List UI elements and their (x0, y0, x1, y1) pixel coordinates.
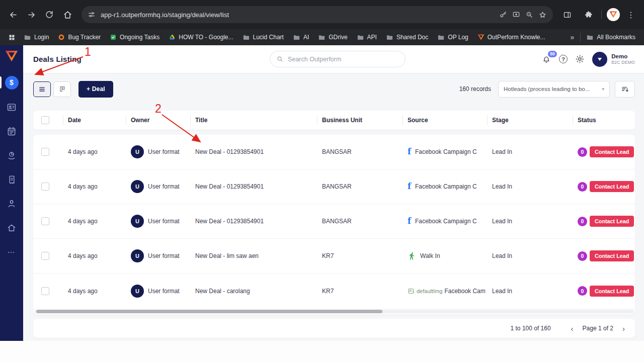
user-menu[interactable]: Demo B2C DEMO (592, 52, 635, 67)
select-all-checkbox[interactable] (41, 116, 49, 124)
row-checkbox[interactable] (41, 287, 49, 295)
user-avatar (592, 52, 607, 67)
owner-name: User format (148, 288, 180, 295)
status-button[interactable]: Contact Lead (590, 146, 634, 157)
status-button[interactable]: Contact Lead (590, 181, 634, 192)
browser-actions: ⋮ (559, 7, 639, 23)
records-count: 160 records (459, 85, 491, 93)
row-checkbox[interactable] (41, 252, 49, 260)
status-button[interactable]: Contact Lead (590, 216, 634, 227)
row-checkbox[interactable] (41, 183, 49, 191)
sidebar-item-more[interactable]: ••• (0, 240, 23, 264)
status-count-badge: 0 (578, 182, 587, 192)
deal-source: Facebook Campaign C (415, 218, 477, 225)
prev-page-button[interactable]: ‹ (570, 325, 575, 332)
header-actions: 50 ? Demo B2C DEMO (541, 52, 635, 67)
deal-title: New Deal - lim saw aen (190, 252, 317, 259)
site-settings-icon[interactable] (88, 11, 96, 19)
browser-toolbar: app-r1.outperformhq.io/staging/deal/view… (0, 0, 644, 29)
bookmark-item[interactable]: Shared Doc (382, 32, 432, 43)
home-icon[interactable] (59, 7, 75, 23)
search-icon (276, 55, 284, 63)
table-row[interactable]: 4 days ago U User format New Deal - caro… (33, 274, 635, 308)
deal-date: 4 days ago (63, 288, 126, 295)
table-row[interactable]: 4 days ago U User format New Deal - 0129… (33, 204, 635, 239)
sidebar-item-tasks[interactable] (0, 119, 23, 143)
sidebar-item-invoices[interactable] (0, 167, 23, 192)
next-page-button[interactable]: › (621, 325, 626, 332)
page-bottom-strip (0, 341, 644, 362)
status-button[interactable]: Contact Lead (590, 286, 634, 297)
bookmark-item[interactable]: GDrive (314, 32, 351, 43)
sidebar-item-customers[interactable] (0, 192, 23, 216)
deals-table: 4 days ago U User format New Deal - 0129… (33, 135, 635, 315)
bug-tracker-icon (58, 34, 65, 41)
page-title: Deals Listing (33, 55, 134, 63)
pie-chart-hand-icon (7, 150, 17, 160)
bookmark-item[interactable]: AI (289, 32, 312, 43)
bookmark-item[interactable]: Login (20, 32, 52, 43)
outperform-logo-icon (477, 34, 485, 40)
status-button[interactable]: Contact Lead (590, 250, 634, 261)
bookmark-item[interactable]: Lucid Chart (239, 32, 287, 43)
deal-date: 4 days ago (63, 218, 126, 225)
outperform-logo-icon[interactable] (5, 50, 18, 62)
settings-gear-icon[interactable] (575, 54, 585, 64)
extensions-puzzle-icon[interactable] (580, 7, 596, 23)
add-deal-button[interactable]: + Deal (78, 81, 113, 98)
browser-menu-icon[interactable]: ⋮ (625, 10, 637, 20)
apps-grid-icon[interactable] (5, 31, 18, 44)
folder-icon (293, 34, 300, 41)
back-icon[interactable] (5, 7, 21, 23)
facebook-icon: f (408, 183, 411, 191)
sidebar-item-analytics[interactable] (0, 143, 23, 167)
bookmark-item[interactable]: OutPerform Knowle... (474, 32, 549, 42)
status-count-badge: 0 (578, 217, 587, 226)
sidebar-item-home[interactable] (0, 216, 23, 240)
all-bookmarks-button[interactable]: All Bookmarks (583, 32, 639, 43)
forward-icon[interactable] (23, 7, 39, 23)
table-row[interactable]: 4 days ago U User format New Deal - 0129… (33, 135, 635, 169)
help-icon[interactable]: ? (559, 55, 568, 63)
deal-source: Facebook Campaign C (415, 148, 477, 155)
bookmark-item[interactable]: Bug Tracker (54, 32, 104, 42)
reload-icon[interactable] (41, 7, 57, 23)
scrollbar-thumb[interactable] (36, 310, 382, 313)
user-org: B2C DEMO (611, 60, 635, 65)
deal-title: New Deal - carolang (190, 288, 317, 295)
deal-stage: Lead In (487, 218, 573, 225)
list-toolbar: + Deal 160 records Hotleads (process lea… (33, 80, 635, 98)
table-row[interactable]: 4 days ago U User format New Deal - 0129… (33, 169, 635, 204)
row-checkbox[interactable] (41, 148, 49, 156)
sidebar-item-contacts[interactable] (0, 95, 23, 119)
search-input[interactable] (288, 56, 399, 63)
sidebar-item-deals[interactable]: $ (0, 70, 23, 95)
password-key-icon[interactable] (499, 11, 507, 19)
notification-count-badge: 50 (548, 51, 557, 57)
bookmark-star-icon[interactable] (538, 11, 547, 19)
bookmark-item[interactable]: API (353, 32, 380, 43)
side-panel-icon[interactable] (559, 7, 575, 23)
column-header-date: Date (63, 111, 126, 130)
table-row[interactable]: 4 days ago U User format New Deal - lim … (33, 239, 635, 274)
row-checkbox[interactable] (41, 217, 49, 225)
pipeline-select[interactable]: Hotleads (process leading to bo... ▾ (498, 81, 610, 98)
address-bar[interactable]: app-r1.outperformhq.io/staging/deal/view… (82, 6, 553, 23)
install-icon[interactable] (512, 11, 520, 19)
browser-profile-avatar[interactable] (607, 8, 620, 21)
filter-button[interactable] (615, 81, 635, 98)
notifications-bell-icon[interactable]: 50 (541, 54, 551, 64)
list-view-button[interactable] (33, 81, 51, 97)
kanban-view-button[interactable] (53, 81, 71, 97)
deal-stage: Lead In (487, 183, 573, 190)
bookmark-item[interactable]: OP Log (434, 32, 471, 43)
deals-dollar-icon: $ (5, 76, 19, 89)
bookmark-item[interactable]: HOW TO - Google... (165, 32, 236, 42)
zoom-icon[interactable] (525, 11, 533, 19)
bookmark-item[interactable]: Ongoing Tasks (106, 32, 163, 42)
walk-in-icon (408, 252, 416, 260)
bookmarks-overflow-icon[interactable]: » (567, 33, 579, 41)
folder-icon (318, 34, 326, 41)
owner-avatar: U (131, 180, 144, 193)
global-search[interactable] (270, 51, 406, 67)
